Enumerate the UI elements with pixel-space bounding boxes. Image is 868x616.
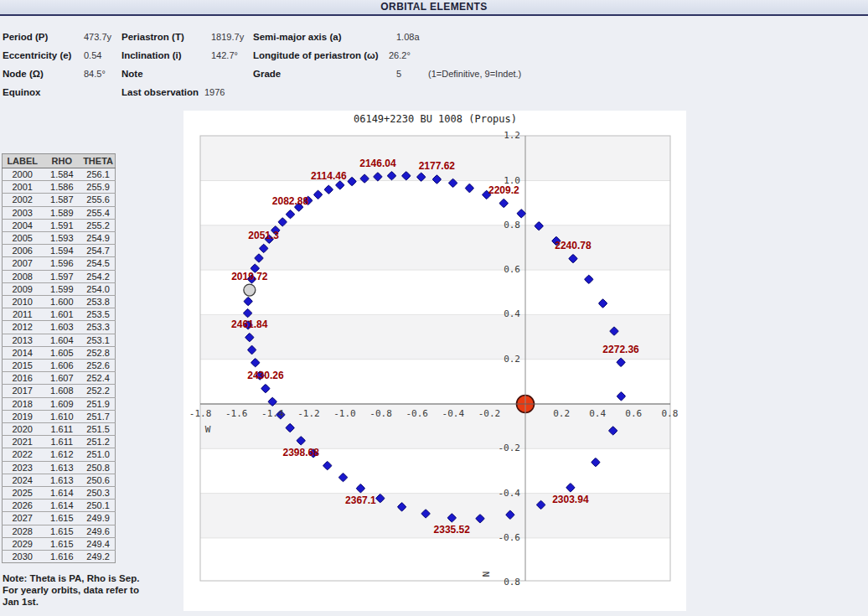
element-label: Semi-major axis (a) [253, 32, 341, 42]
grid-band [200, 136, 670, 180]
table-row: 20141.605252.8 [3, 346, 116, 359]
table-row: 20081.597254.2 [3, 270, 116, 282]
ephemeris-column-header: THETA [81, 154, 115, 168]
orbit-point [617, 391, 626, 401]
orbit-point [286, 210, 295, 219]
epoch-label: 2019.72 [231, 271, 268, 282]
table-cell: 253.8 [81, 296, 115, 308]
epoch-label: 2051.3 [248, 230, 279, 241]
y-tick-label: 1.2 [504, 130, 520, 141]
table-cell: 1.587 [42, 194, 81, 206]
orbit-plot-svg: 2019.722051.32082.882114.462146.042177.6… [183, 111, 686, 611]
orbit-point [517, 209, 526, 218]
table-cell: 2026 [3, 500, 43, 512]
epoch-label: 2430.26 [247, 370, 284, 381]
element-label: Inclination (i) [121, 50, 182, 60]
table-cell: 249.6 [81, 525, 115, 537]
table-cell: 2007 [3, 257, 43, 270]
table-cell: 1.601 [42, 308, 81, 321]
table-row: 20061.594254.7 [3, 245, 116, 257]
table-cell: 2030 [3, 551, 43, 563]
table-cell: 1.613 [42, 474, 81, 486]
x-tick-label: -1.4 [261, 408, 284, 419]
x-tick-label: -0.6 [406, 408, 428, 419]
table-row: 20121.603253.3 [3, 321, 116, 334]
table-cell: 254.7 [81, 245, 115, 257]
table-cell: 2029 [3, 537, 43, 550]
table-cell: 1.611 [42, 423, 81, 436]
x-tick-label: -0.4 [442, 408, 465, 419]
table-cell: 253.1 [81, 334, 115, 346]
table-row: 20161.607252.4 [3, 372, 116, 385]
table-cell: 1.609 [42, 397, 81, 410]
table-cell: 2001 [3, 181, 43, 194]
epoch-label: 2082.88 [272, 195, 309, 207]
epoch-label: 2367.1 [345, 494, 376, 506]
table-cell: 2025 [3, 487, 43, 500]
element-label: Longitude of periastron (ω) [253, 50, 379, 60]
table-cell: 1.613 [42, 461, 81, 474]
table-cell: 251.0 [81, 448, 115, 461]
y-tick-label: 0.4 [504, 308, 520, 319]
table-row: 20011.586255.9 [3, 181, 116, 194]
table-cell: 254.9 [81, 232, 115, 245]
table-cell: 252.6 [81, 360, 115, 372]
table-cell: 2012 [3, 321, 43, 334]
x-tick-label: 0.4 [589, 408, 606, 419]
orbit-point [465, 184, 474, 193]
table-row: 20181.609251.9 [3, 397, 116, 410]
x-tick-label: -0.2 [478, 408, 501, 419]
table-cell: 255.9 [81, 181, 115, 194]
table-row: 20201.611251.5 [3, 423, 116, 436]
table-row: 20071.596254.5 [3, 257, 116, 270]
orbit-point [313, 190, 323, 199]
chart-panel: 2019.722051.32082.882114.462146.042177.6… [183, 111, 686, 611]
table-cell: 2021 [3, 436, 43, 448]
x-tick-label: 0.6 [625, 408, 642, 419]
table-cell: 2009 [3, 282, 43, 295]
table-cell: 2014 [3, 346, 43, 359]
table-row: 20251.614250.3 [3, 487, 116, 500]
ephemeris-table-header: LABELRHOTHETA [3, 154, 116, 168]
table-row: 20241.613250.6 [3, 474, 116, 486]
table-cell: 249.2 [81, 551, 115, 563]
y-tick-label: 0.8 [504, 577, 520, 588]
table-cell: 2008 [3, 270, 43, 282]
ephemeris-note-line: For yearly orbits, data refer to [3, 584, 162, 596]
y-tick-label: 0.8 [504, 220, 520, 230]
element-value: 84.5° [84, 69, 106, 79]
orbit-point [324, 185, 333, 194]
table-cell: 2022 [3, 448, 43, 461]
orbit-point [323, 461, 332, 470]
table-row: 20001.584256.1 [3, 168, 116, 181]
epoch-label: 2461.84 [231, 318, 268, 330]
x-tick-label: 0.8 [661, 408, 678, 419]
table-cell: 1.612 [42, 448, 81, 461]
table-row: 20271.615249.9 [3, 512, 116, 525]
table-row: 20221.612251.0 [3, 448, 116, 461]
table-row: 20231.613250.8 [3, 461, 116, 474]
table-row: 20051.593254.9 [3, 232, 116, 245]
chart-title: 06149+2230 BU 1008 (Propus) [354, 113, 517, 125]
orbit-point [244, 297, 253, 306]
orbital-elements-section: Period (P)473.7yPeriastron (T)1819.7ySem… [0, 0, 868, 105]
table-cell: 1.600 [42, 296, 81, 308]
table-cell: 251.2 [81, 436, 115, 448]
table-cell: 250.1 [81, 500, 115, 512]
table-row: 20191.610251.7 [3, 410, 116, 422]
element-value-note: (1=Definitive, 9=Indet.) [428, 69, 521, 79]
table-cell: 2019 [3, 410, 43, 422]
element-label: Last observation [121, 87, 199, 97]
table-cell: 1.594 [42, 245, 81, 257]
table-row: 20091.599254.0 [3, 282, 116, 295]
epoch-label: 2272.36 [602, 344, 639, 355]
table-row: 20031.589255.4 [3, 206, 116, 219]
table-cell: 2013 [3, 334, 43, 346]
orbit-point [499, 199, 509, 208]
table-cell: 1.591 [42, 219, 81, 231]
table-cell: 255.6 [81, 194, 115, 206]
y-tick-label: 1.0 [504, 175, 520, 186]
table-cell: 1.615 [42, 512, 81, 525]
element-row: Period (P)473.7yPeriastron (T)1819.7ySem… [0, 32, 868, 45]
element-value: 473.7y [84, 32, 111, 42]
